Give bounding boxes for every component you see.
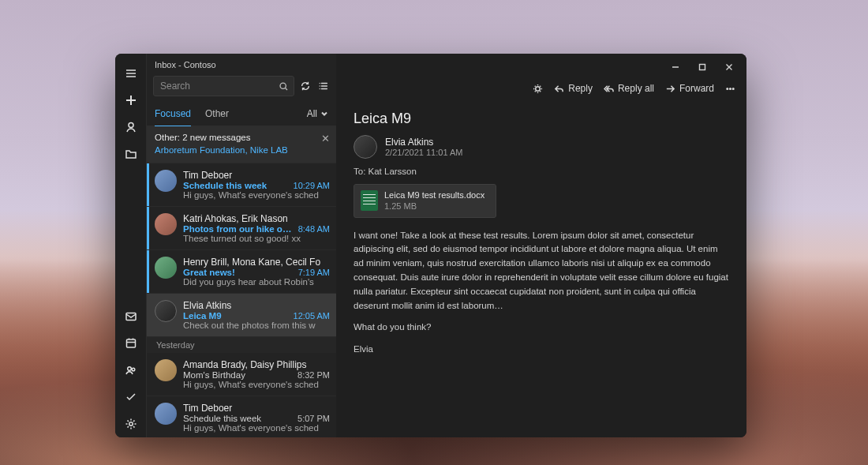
mail-preview: Hi guys, What's everyone's sched [183, 380, 330, 389]
body-paragraph: I want one! Take a look at these test re… [354, 229, 729, 313]
body-paragraph: What do you think? [354, 321, 729, 335]
search-icon [279, 81, 289, 92]
tab-other[interactable]: Other [205, 101, 229, 126]
from-date: 2/21/2021 11:01 AM [385, 148, 462, 157]
mail-list: Tim Deboer Schedule this week10:29 AM Hi… [147, 163, 336, 437]
mail-app-window: Inbox - Contoso Focused Other All Other:… [115, 54, 746, 437]
mail-item[interactable]: Elvia Atkins Leica M912:05 AM Check out … [147, 294, 336, 337]
attachment-size: 1.25 MB [384, 201, 485, 212]
mail-subject: Leica M9 [183, 311, 289, 321]
reply-all-button[interactable]: Reply all [604, 83, 654, 94]
mail-subject: Great news! [183, 268, 294, 277]
mail-preview: Hi guys, What's everyone's sched [183, 190, 330, 200]
other-pill-links: Arboretum Foundation, Nike LAB [155, 144, 288, 156]
reply-button[interactable]: Reply [554, 83, 593, 94]
nav-rail [115, 54, 147, 437]
excel-file-icon [361, 190, 378, 211]
mail-subject: Schedule this week [183, 414, 293, 423]
from-row: Elvia Atkins 2/21/2021 11:01 AM [354, 135, 729, 159]
hamburger-icon[interactable] [115, 60, 147, 87]
filter-all-dropdown[interactable]: All [307, 108, 328, 119]
mail-sender: Tim Deboer [183, 170, 330, 181]
mail-sender: Elvia Atkins [183, 300, 330, 311]
mail-subject: Schedule this week [183, 181, 289, 190]
accounts-icon[interactable] [115, 114, 147, 141]
svg-point-5 [129, 422, 132, 426]
reader-toolbar: Reply Reply all Forward [336, 71, 746, 106]
search-box[interactable] [153, 76, 294, 96]
mail-sender: Tim Deboer [183, 403, 330, 414]
minimize-button[interactable] [663, 58, 688, 76]
calendar-icon[interactable] [115, 330, 147, 357]
sync-button[interactable] [299, 76, 312, 96]
forward-button[interactable]: Forward [665, 83, 714, 94]
other-pill-close[interactable]: ✕ [321, 133, 330, 144]
svg-point-10 [730, 88, 731, 89]
other-pill-header: Other: 2 new messages [155, 131, 288, 144]
to-line: To: Kat Larsson [354, 167, 729, 176]
filter-label: All [307, 108, 317, 119]
svg-point-11 [732, 88, 734, 89]
folders-icon[interactable] [115, 141, 147, 167]
mail-preview: Hi guys, What's everyone's sched [183, 423, 330, 433]
todo-icon[interactable] [115, 384, 147, 411]
body-signature: Elvia [354, 343, 729, 357]
people-icon[interactable] [115, 357, 147, 384]
mail-time: 8:48 AM [298, 224, 330, 234]
mail-sender: Amanda Brady, Daisy Phillips [183, 359, 330, 370]
search-row [147, 76, 336, 101]
mail-subject: Mom's Birthday [183, 370, 293, 380]
mail-time: 10:29 AM [294, 181, 330, 190]
svg-point-3 [127, 367, 131, 371]
avatar [155, 300, 177, 322]
mail-item[interactable]: Henry Brill, Mona Kane, Cecil Fo Great n… [147, 250, 336, 294]
window-title: Inbox - Contoso [147, 54, 336, 76]
mail-preview: These turned out so good! xx [183, 234, 330, 243]
mail-item[interactable]: Amanda Brady, Daisy Phillips Mom's Birth… [147, 353, 336, 396]
mail-item[interactable]: Tim Deboer Schedule this week10:29 AM Hi… [147, 163, 336, 207]
mail-preview: Check out the photos from this w [183, 321, 330, 330]
window-controls [663, 58, 742, 76]
mail-item[interactable]: Katri Ahokas, Erik Nason Photos from our… [147, 207, 336, 250]
reader-content: Leica M9 Elvia Atkins 2/21/2021 11:01 AM… [336, 106, 746, 365]
svg-rect-1 [126, 313, 136, 321]
reply-all-label: Reply all [618, 83, 654, 94]
selection-mode-button[interactable] [317, 76, 331, 96]
attachment-name: Leica M9 test results.docx [384, 189, 485, 201]
message-title: Leica M9 [354, 111, 729, 127]
svg-point-8 [536, 86, 541, 91]
mail-time: 12:05 AM [294, 311, 330, 321]
attachment-chip[interactable]: Leica M9 test results.docx 1.25 MB [354, 184, 496, 218]
chevron-down-icon [320, 110, 328, 118]
svg-point-9 [727, 88, 728, 89]
maximize-button[interactable] [690, 58, 715, 76]
other-inbox-pill[interactable]: Other: 2 new messages Arboretum Foundati… [147, 126, 336, 163]
reply-label: Reply [568, 83, 593, 94]
close-button[interactable] [716, 58, 742, 76]
svg-rect-7 [700, 65, 705, 70]
sender-avatar [354, 135, 377, 159]
avatar [155, 170, 177, 192]
avatar [155, 359, 177, 381]
group-header-yesterday: Yesterday [147, 337, 336, 353]
mail-sender: Katri Ahokas, Erik Nason [183, 213, 330, 224]
mail-time: 7:19 AM [298, 268, 330, 277]
sun-icon[interactable] [533, 84, 543, 94]
svg-point-0 [129, 123, 133, 128]
mail-time: 8:32 PM [297, 370, 330, 380]
mail-item[interactable]: Tim Deboer Schedule this week5:07 PM Hi … [147, 396, 336, 437]
reading-pane: Reply Reply all Forward Leica M9 Elvia A… [336, 54, 746, 437]
new-mail-button[interactable] [115, 87, 147, 114]
mail-subject: Photos from our hike on Maple [183, 224, 294, 234]
svg-point-4 [132, 368, 135, 371]
settings-icon[interactable] [115, 411, 147, 437]
from-name: Elvia Atkins [385, 137, 462, 148]
more-actions-button[interactable] [725, 84, 735, 94]
message-body: I want one! Take a look at these test re… [354, 229, 729, 358]
message-list-panel: Inbox - Contoso Focused Other All Other:… [147, 54, 336, 437]
tab-focused[interactable]: Focused [155, 101, 191, 126]
filter-tabs: Focused Other All [147, 101, 336, 126]
search-input[interactable] [160, 81, 279, 92]
mail-icon[interactable] [115, 303, 147, 330]
svg-rect-2 [126, 339, 135, 347]
